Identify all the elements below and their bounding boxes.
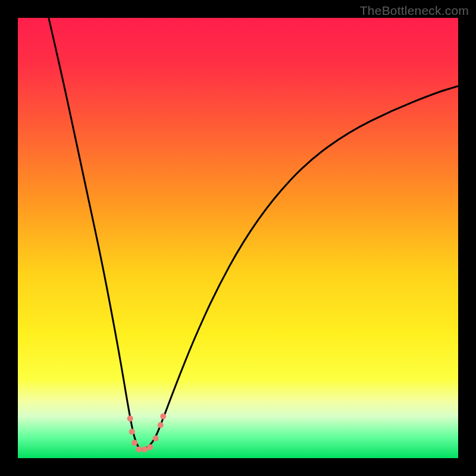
plot-area (18, 18, 458, 458)
data-marker (129, 429, 135, 435)
bottleneck-curve (49, 18, 458, 449)
data-marker (127, 415, 133, 421)
watermark-text: TheBottleneck.com (360, 4, 469, 18)
data-marker (153, 436, 159, 441)
data-markers (127, 414, 167, 453)
chart-frame (0, 0, 476, 476)
data-marker (158, 422, 164, 428)
chart-svg (18, 18, 458, 458)
data-marker (142, 446, 148, 452)
data-marker (136, 446, 142, 452)
data-marker (147, 444, 153, 450)
data-marker (131, 440, 137, 446)
data-marker (160, 414, 166, 419)
